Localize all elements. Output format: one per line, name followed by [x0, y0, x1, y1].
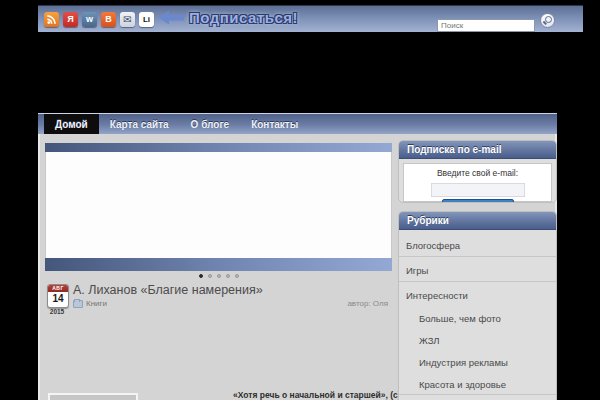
- liveinternet-icon[interactable]: Li: [139, 12, 154, 27]
- post-meta: Книги: [73, 299, 107, 308]
- rubric-item: Индустрия рекламы: [399, 350, 556, 372]
- rubric-item: Красота и здоровье: [399, 372, 556, 394]
- rubric-link[interactable]: Игры: [406, 265, 428, 276]
- search-button[interactable]: [540, 13, 555, 28]
- social-icons-row: Я w В ✉ Li: [44, 12, 154, 27]
- main-nav: Домой Карта сайта О блоге Контакты: [38, 113, 557, 134]
- subscribe-widget-title: Подписка по e-mail: [399, 141, 556, 159]
- search-input[interactable]: [437, 19, 535, 32]
- search-icon: [545, 16, 552, 23]
- nav-item[interactable]: Контакты: [240, 114, 309, 134]
- subscribe-widget-body: Введите свой e-mail: Подписаться: [403, 163, 552, 202]
- post-category-link[interactable]: Книги: [86, 299, 107, 308]
- rubric-link[interactable]: Индустрия рекламы: [419, 357, 508, 368]
- yandex-icon[interactable]: Я: [63, 12, 78, 27]
- rubric-item: Лайфхак: [399, 394, 556, 400]
- slider-dot[interactable]: [226, 274, 230, 278]
- post-date-year: 2015: [47, 308, 67, 315]
- post-date-day: 14: [48, 292, 68, 306]
- nav-item[interactable]: Домой: [44, 114, 99, 134]
- slider-dot[interactable]: [199, 274, 203, 278]
- content-area: АВГ 14 2015 А. Лиханов «Благие намерения…: [38, 134, 557, 400]
- rubric-item: Блогосфера: [399, 232, 556, 256]
- bobrdobr-icon[interactable]: В: [101, 12, 116, 27]
- rubric-link[interactable]: Интересности: [406, 290, 468, 301]
- category-folder-icon: [73, 300, 83, 308]
- rubrics-list: Блогосфера Игры Интересности Больше, чем…: [399, 232, 556, 400]
- nav-item[interactable]: Карта сайта: [99, 114, 180, 134]
- post-date-month: АВГ: [48, 285, 68, 292]
- email-icon[interactable]: ✉: [120, 12, 135, 27]
- post-author: автор: Оля: [347, 299, 388, 308]
- email-prompt: Введите свой e-mail:: [404, 168, 551, 178]
- slider-dot[interactable]: [217, 274, 221, 278]
- rubric-link[interactable]: Больше, чем фото: [419, 313, 501, 324]
- rubric-item: Больше, чем фото: [399, 306, 556, 328]
- rubrics-widget: Рубрики Блогосфера Игры Интересности: [398, 211, 557, 400]
- slider-bottom-bar: [45, 258, 392, 271]
- subscribe-label: Подписаться!: [189, 9, 298, 26]
- rubric-link[interactable]: Красота и здоровье: [419, 379, 506, 390]
- sidebar: Подписка по e-mail Введите свой e-mail: …: [398, 134, 557, 400]
- rubric-item: Игры: [399, 256, 556, 281]
- rubric-link[interactable]: Блогосфера: [406, 240, 460, 251]
- vk-icon[interactable]: w: [82, 12, 97, 27]
- subscribe-widget: Подписка по e-mail Введите свой e-mail: …: [398, 140, 557, 203]
- slider-slide[interactable]: [45, 152, 392, 258]
- main-column: АВГ 14 2015 А. Лиханов «Благие намерения…: [45, 134, 392, 400]
- slider-dot[interactable]: [208, 274, 212, 278]
- search-box: [437, 14, 535, 27]
- slider-dot[interactable]: [235, 274, 239, 278]
- top-bar: Я w В ✉ Li Подписаться!: [38, 5, 583, 33]
- rubric-item: Интересности: [399, 281, 556, 306]
- arrow-left-icon: [158, 11, 184, 25]
- post-title-link[interactable]: А. Лиханов «Благие намерения»: [73, 283, 263, 297]
- email-field[interactable]: [431, 183, 525, 197]
- post-date-badge: АВГ 14: [47, 284, 69, 308]
- subscribe-button[interactable]: Подписаться: [442, 199, 514, 204]
- rubric-item: ЖЗЛ: [399, 328, 556, 350]
- slider-top-bar: [45, 143, 392, 152]
- subscribe-link[interactable]: Подписаться!: [158, 9, 298, 26]
- header-banner: [38, 32, 583, 113]
- rss-icon[interactable]: [44, 12, 59, 27]
- slider-pagination: [45, 274, 392, 278]
- nav-item[interactable]: О блоге: [180, 114, 241, 134]
- post-image: [48, 393, 138, 400]
- rubric-link[interactable]: ЖЗЛ: [419, 335, 440, 346]
- rubrics-widget-title: Рубрики: [399, 212, 556, 230]
